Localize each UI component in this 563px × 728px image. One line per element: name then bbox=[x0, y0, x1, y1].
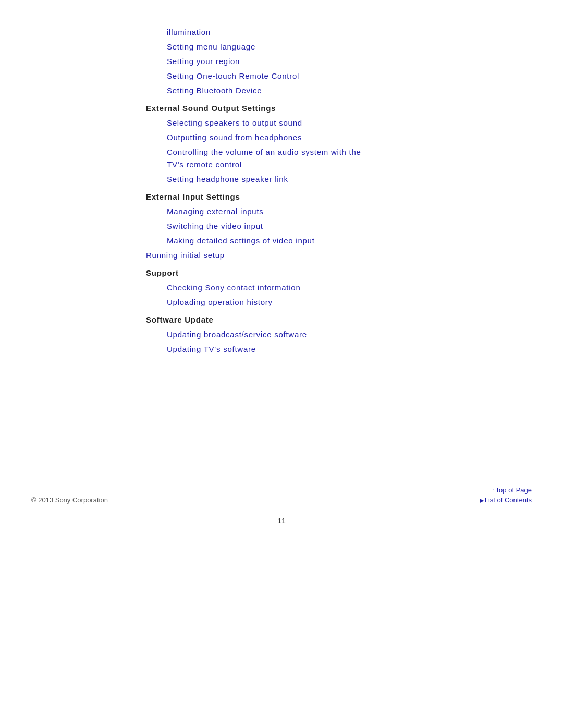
link-setting-menu-language[interactable]: Setting menu language bbox=[167, 41, 532, 53]
link-selecting-speakers[interactable]: Selecting speakers to output sound bbox=[167, 117, 532, 129]
header-support: Support bbox=[146, 267, 532, 279]
link-switching-video-input[interactable]: Switching the video input bbox=[167, 220, 532, 232]
footer: © 2013 Sony Corporation ↑Top of Page ▶Li… bbox=[0, 486, 563, 504]
link-setting-bluetooth-device[interactable]: Setting Bluetooth Device bbox=[167, 84, 532, 97]
arrow-up-icon: ↑ bbox=[492, 487, 495, 493]
link-running-initial-setup[interactable]: Running initial setup bbox=[146, 249, 532, 262]
header-software-update: Software Update bbox=[146, 314, 532, 326]
link-updating-broadcast-service-software[interactable]: Updating broadcast/service software bbox=[167, 328, 532, 341]
link-outputting-sound-headphones[interactable]: Outputting sound from headphones bbox=[167, 131, 532, 144]
list-of-contents-link[interactable]: ▶List of Contents bbox=[480, 496, 532, 504]
arrow-right-icon: ▶ bbox=[480, 497, 484, 503]
copyright: © 2013 Sony Corporation bbox=[31, 496, 108, 504]
link-checking-sony-contact[interactable]: Checking Sony contact information bbox=[167, 281, 532, 294]
page-container: illumination Setting menu language Setti… bbox=[0, 0, 563, 728]
content-area: illumination Setting menu language Setti… bbox=[146, 16, 532, 355]
link-managing-external-inputs[interactable]: Managing external inputs bbox=[167, 205, 532, 218]
link-updating-tv-software[interactable]: Updating TV's software bbox=[167, 343, 532, 355]
link-setting-one-touch-remote-control[interactable]: Setting One-touch Remote Control bbox=[167, 70, 532, 82]
link-uploading-operation-history[interactable]: Uploading operation history bbox=[167, 296, 532, 309]
link-controlling-volume[interactable]: Controlling the volume of an audio syste… bbox=[167, 146, 532, 171]
link-illumination[interactable]: illumination bbox=[167, 26, 532, 39]
page-number: 11 bbox=[277, 516, 286, 525]
top-of-page-link[interactable]: ↑Top of Page bbox=[492, 486, 532, 494]
footer-nav: ↑Top of Page ▶List of Contents bbox=[480, 486, 532, 504]
header-external-input-settings: External Input Settings bbox=[146, 191, 532, 203]
link-setting-your-region[interactable]: Setting your region bbox=[167, 55, 532, 68]
link-making-detailed-settings-video-input[interactable]: Making detailed settings of video input bbox=[167, 235, 532, 247]
header-external-sound-output-settings: External Sound Output Settings bbox=[146, 102, 532, 115]
link-setting-headphone-speaker-link[interactable]: Setting headphone speaker link bbox=[167, 173, 532, 186]
